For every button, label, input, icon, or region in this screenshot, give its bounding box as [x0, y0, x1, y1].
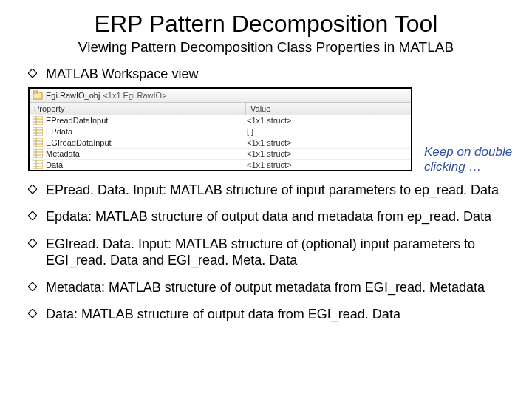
diamond-bullet-icon: [28, 282, 38, 291]
workspace-rows: EPreadDataInput <1x1 struct> EPdata [ ]: [30, 115, 411, 170]
definition-text: Epdata: MATLAB structure of output data …: [46, 208, 510, 225]
prop-value: <1x1 struct>: [242, 149, 411, 159]
prop-name: EPreadDataInput: [46, 116, 108, 125]
diamond-bullet-icon: [28, 211, 38, 220]
svg-rect-15: [33, 149, 43, 158]
svg-rect-7: [33, 127, 43, 136]
diamond-bullet-icon: [28, 69, 38, 78]
definition-text: Metadata: MATLAB structure of output met…: [46, 279, 510, 296]
matlab-workspace-panel: Egi.RawIO_obj <1x1 Egi.RawIO> Property V…: [28, 87, 412, 171]
page-subtitle: Viewing Pattern Decomposition Class Prop…: [22, 39, 510, 55]
prop-value: <1x1 struct>: [242, 137, 411, 148]
svg-marker-26: [28, 282, 37, 291]
prop-name: Metadata: [46, 149, 80, 158]
table-row[interactable]: Data <1x1 struct>: [30, 160, 411, 170]
prop-value: <1x1 struct>: [242, 115, 411, 126]
list-item: EPread. Data. Input: MATLAB structure of…: [28, 182, 510, 199]
struct-icon: [33, 149, 43, 158]
prop-name: Data: [46, 160, 63, 169]
svg-marker-27: [28, 309, 37, 318]
diamond-bullet-icon: [28, 185, 38, 194]
list-item: EGIread. Data. Input: MATLAB structure o…: [28, 236, 510, 269]
diamond-bullet-icon: [28, 309, 38, 318]
svg-rect-2: [33, 91, 38, 93]
definitions-list: EPread. Data. Input: MATLAB structure of…: [22, 182, 510, 323]
struct-icon: [33, 160, 43, 169]
struct-icon: [33, 138, 43, 147]
column-header-property[interactable]: Property: [30, 103, 246, 115]
diamond-bullet-icon: [28, 239, 38, 248]
list-item: Epdata: MATLAB structure of output data …: [28, 208, 510, 225]
object-name: Egi.RawIO_obj: [46, 91, 100, 100]
prop-name: EGIreadDataInput: [46, 138, 112, 147]
svg-marker-0: [28, 69, 37, 78]
workspace-heading-text: MATLAB Workspace view: [46, 66, 510, 83]
definition-text: EPread. Data. Input: MATLAB structure of…: [46, 182, 510, 199]
table-row[interactable]: EGIreadDataInput <1x1 struct>: [30, 137, 411, 149]
struct-icon: [33, 127, 43, 136]
svg-rect-3: [33, 116, 43, 125]
struct-icon: [33, 116, 43, 125]
column-header-value[interactable]: Value: [246, 103, 411, 115]
table-row[interactable]: EPdata [ ]: [30, 126, 411, 137]
table-row[interactable]: Metadata <1x1 struct>: [30, 149, 411, 160]
definition-text: Data: MATLAB structure of output data fr…: [46, 306, 510, 323]
table-row[interactable]: EPreadDataInput <1x1 struct>: [30, 115, 411, 126]
prop-value: [ ]: [242, 126, 411, 137]
workspace-header: Egi.RawIO_obj <1x1 Egi.RawIO>: [30, 89, 411, 103]
workspace-columns: Property Value: [30, 103, 411, 115]
list-item: Metadata: MATLAB structure of output met…: [28, 279, 510, 296]
svg-marker-25: [28, 239, 37, 248]
object-icon: [33, 90, 43, 100]
svg-marker-24: [28, 211, 37, 220]
definition-text: EGIread. Data. Input: MATLAB structure o…: [46, 236, 510, 269]
prop-name: EPdata: [46, 127, 72, 136]
svg-marker-23: [28, 185, 37, 194]
annotation-note: Keep on double clicking …: [424, 145, 517, 174]
svg-rect-19: [33, 160, 43, 169]
workspace-heading-row: MATLAB Workspace view: [28, 66, 510, 83]
list-item: Data: MATLAB structure of output data fr…: [28, 306, 510, 323]
prop-value: <1x1 struct>: [242, 160, 411, 170]
object-class: <1x1 Egi.RawIO>: [103, 91, 166, 100]
page-title: ERP Pattern Decomposition Tool: [22, 10, 510, 38]
svg-rect-11: [33, 138, 43, 147]
